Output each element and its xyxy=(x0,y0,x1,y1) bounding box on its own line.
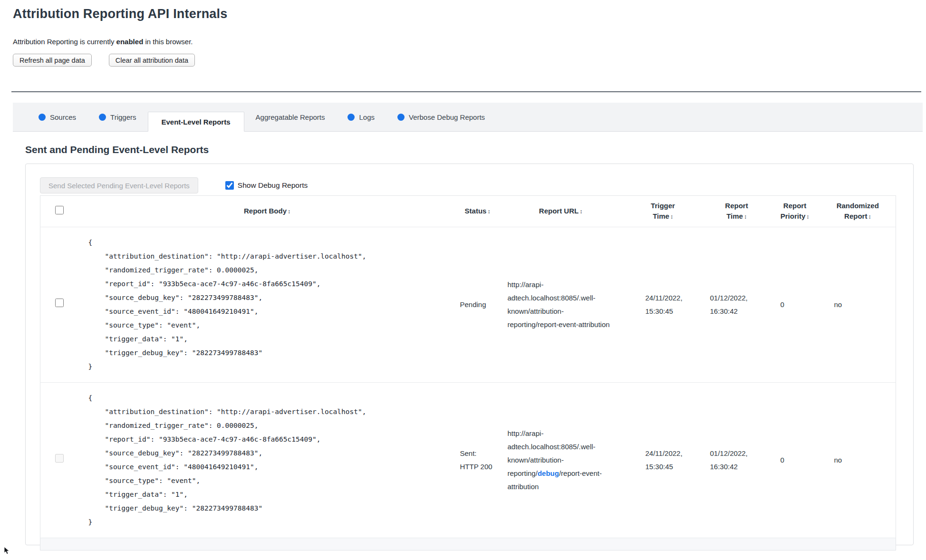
report-url-cell: http://arapi-adtech.localhost:8085/.well… xyxy=(499,227,623,383)
reports-table: Report Body↕ Status↕ Report URL↕ Trigger… xyxy=(40,195,896,550)
show-debug-reports-checkbox[interactable] xyxy=(225,181,234,190)
header-report-priority[interactable]: Report Priority↕ xyxy=(770,196,820,227)
reports-panel: Send Selected Pending Event-Level Report… xyxy=(25,164,914,545)
tab-label: Event-Level Reports xyxy=(162,118,231,126)
header-trigger-time[interactable]: Trigger Time↕ xyxy=(623,196,704,227)
tab-label: Logs xyxy=(359,113,375,121)
row-select-checkbox-disabled xyxy=(55,454,64,463)
report-priority-cell: 0 xyxy=(770,227,820,383)
api-status-line: Attribution Reporting is currently enabl… xyxy=(13,38,926,46)
tab-label: Verbose Debug Reports xyxy=(409,113,485,121)
sort-icon: ↕ xyxy=(579,208,582,215)
row-select-cell xyxy=(40,383,78,538)
event-level-reports-section: Sent and Pending Event-Level Reports Sen… xyxy=(25,144,914,545)
url-text: http://arapi-adtech.localhost:8085/.well… xyxy=(508,280,610,328)
mouse-cursor-icon xyxy=(4,547,10,557)
trigger-time-cell: 24/11/2022, 15:30:45 xyxy=(623,383,704,538)
header-label: Randomized Report xyxy=(837,202,879,220)
tab-label: Triggers xyxy=(110,113,136,121)
tab-triggers[interactable]: Triggers xyxy=(87,103,147,131)
show-debug-reports-label: Show Debug Reports xyxy=(238,181,308,190)
sort-icon: ↕ xyxy=(670,213,673,220)
tab-strip: Sources Triggers Event-Level Reports Agg… xyxy=(13,103,923,132)
section-heading: Sent and Pending Event-Level Reports xyxy=(25,144,914,155)
page-title: Attribution Reporting API Internals xyxy=(13,7,926,21)
status-cell: Sent: HTTP 200 xyxy=(456,383,499,538)
status-cell: Pending xyxy=(456,227,499,383)
tab-label: Aggregatable Reports xyxy=(256,113,325,121)
header-report-body[interactable]: Report Body↕ xyxy=(78,196,456,227)
attribution-internals-page: Attribution Reporting API Internals Attr… xyxy=(0,0,926,545)
report-time-cell: 01/12/2022, 16:30:42 xyxy=(704,227,770,383)
tab-event-level-reports[interactable]: Event-Level Reports xyxy=(148,112,244,132)
header-report-url[interactable]: Report URL↕ xyxy=(499,196,623,227)
send-selected-pending-reports-button[interactable]: Send Selected Pending Event-Level Report… xyxy=(40,177,198,193)
tab-logs[interactable]: Logs xyxy=(336,103,386,131)
sort-icon: ↕ xyxy=(744,213,747,220)
header-status[interactable]: Status↕ xyxy=(456,196,499,227)
report-time-cell: 01/12/2022, 16:30:42 xyxy=(704,383,770,538)
table-controls: Send Selected Pending Event-Level Report… xyxy=(40,177,901,193)
blue-dot-icon xyxy=(397,114,405,121)
report-row-sent: { "attribution_destination": "http://ara… xyxy=(40,383,896,538)
select-all-checkbox[interactable] xyxy=(55,206,64,214)
report-priority-cell: 0 xyxy=(770,383,820,538)
show-debug-reports-toggle[interactable]: Show Debug Reports xyxy=(225,181,308,190)
status-text-prefix: Attribution Reporting is currently xyxy=(13,38,116,46)
header-label: Report URL xyxy=(539,207,579,215)
header-report-time[interactable]: Report Time↕ xyxy=(704,196,770,227)
randomized-report-cell: no xyxy=(820,227,896,383)
randomized-report-cell: no xyxy=(820,383,896,538)
debug-link[interactable]: debug xyxy=(538,469,559,477)
report-body-json: { "attribution_destination": "http://ara… xyxy=(88,391,453,529)
blue-dot-icon xyxy=(39,114,46,121)
refresh-all-page-data-button[interactable]: Refresh all page data xyxy=(13,54,92,67)
report-body-cell: { "attribution_destination": "http://ara… xyxy=(78,227,456,383)
tab-label: Sources xyxy=(50,113,76,121)
status-enabled-text: enabled xyxy=(116,38,144,46)
clear-all-attribution-data-button[interactable]: Clear all attribution data xyxy=(109,54,195,67)
header-randomized-report[interactable]: Randomized Report↕ xyxy=(820,196,896,227)
table-footer-strip xyxy=(40,538,896,550)
row-select-cell xyxy=(40,227,78,383)
header-label: Report Priority xyxy=(781,202,806,220)
report-url-cell: http://arapi-adtech.localhost:8085/.well… xyxy=(499,383,623,538)
report-body-cell: { "attribution_destination": "http://ara… xyxy=(78,383,456,538)
sort-icon: ↕ xyxy=(806,213,809,220)
tab-aggregatable-reports[interactable]: Aggregatable Reports xyxy=(244,103,337,131)
blue-dot-icon xyxy=(347,114,355,121)
report-body-json: { "attribution_destination": "http://ara… xyxy=(88,236,453,374)
blue-dot-icon xyxy=(99,114,106,121)
horizontal-divider xyxy=(11,91,921,92)
header-select-all xyxy=(40,196,78,227)
page-actions: Refresh all page data Clear all attribut… xyxy=(13,54,926,67)
tab-sources[interactable]: Sources xyxy=(27,103,87,131)
header-label: Status xyxy=(465,207,487,215)
header-label: Report Body xyxy=(244,207,287,215)
trigger-time-cell: 24/11/2022, 15:30:45 xyxy=(623,227,704,383)
sort-icon: ↕ xyxy=(288,208,290,215)
tab-verbose-debug-reports[interactable]: Verbose Debug Reports xyxy=(386,103,496,131)
sort-icon: ↕ xyxy=(487,208,490,215)
report-row-pending: { "attribution_destination": "http://ara… xyxy=(40,227,896,383)
sort-icon: ↕ xyxy=(868,213,871,220)
row-select-checkbox[interactable] xyxy=(55,299,64,307)
table-footer-row xyxy=(40,538,896,550)
table-header-row: Report Body↕ Status↕ Report URL↕ Trigger… xyxy=(40,196,896,227)
status-text-suffix: in this browser. xyxy=(143,38,193,46)
